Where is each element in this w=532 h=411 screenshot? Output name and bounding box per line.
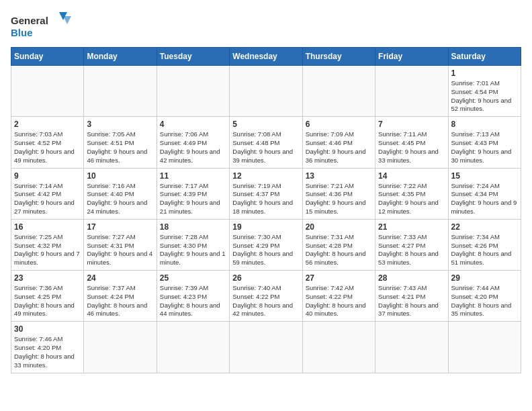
day-info: Sunrise: 7:01 AM Sunset: 4:54 PM Dayligh…: [451, 79, 518, 113]
calendar-day-cell: 11Sunrise: 7:17 AM Sunset: 4:39 PM Dayli…: [157, 168, 229, 219]
day-info: Sunrise: 7:06 AM Sunset: 4:49 PM Dayligh…: [160, 130, 226, 165]
day-info: Sunrise: 7:27 AM Sunset: 4:31 PM Dayligh…: [87, 233, 153, 267]
day-number: 10: [87, 171, 153, 181]
day-number: 26: [232, 273, 299, 283]
calendar-day-cell: 3Sunrise: 7:05 AM Sunset: 4:51 PM Daylig…: [84, 117, 157, 168]
day-number: 13: [306, 171, 372, 181]
day-info: Sunrise: 7:46 AM Sunset: 4:20 PM Dayligh…: [14, 335, 81, 369]
calendar-week-row: 1Sunrise: 7:01 AM Sunset: 4:54 PM Daylig…: [11, 66, 521, 117]
svg-text:General: General: [11, 15, 48, 26]
calendar-day-cell: [11, 66, 84, 117]
svg-marker-3: [63, 16, 71, 24]
calendar-day-cell: [84, 66, 157, 117]
day-info: Sunrise: 7:22 AM Sunset: 4:35 PM Dayligh…: [378, 182, 445, 216]
calendar-week-row: 23Sunrise: 7:36 AM Sunset: 4:25 PM Dayli…: [11, 271, 521, 322]
day-info: Sunrise: 7:03 AM Sunset: 4:52 PM Dayligh…: [14, 130, 81, 165]
day-number: 21: [378, 222, 445, 232]
calendar-day-cell: 28Sunrise: 7:43 AM Sunset: 4:21 PM Dayli…: [375, 271, 448, 322]
day-info: Sunrise: 7:34 AM Sunset: 4:26 PM Dayligh…: [451, 233, 518, 267]
day-number: 3: [87, 120, 153, 129]
calendar-day-cell: 30Sunrise: 7:46 AM Sunset: 4:20 PM Dayli…: [11, 322, 84, 373]
day-of-week-header: Thursday: [302, 48, 375, 66]
day-number: 5: [232, 120, 299, 129]
calendar-day-cell: 17Sunrise: 7:27 AM Sunset: 4:31 PM Dayli…: [84, 219, 157, 270]
calendar-day-cell: 15Sunrise: 7:24 AM Sunset: 4:34 PM Dayli…: [448, 168, 521, 219]
day-number: 16: [14, 222, 81, 232]
calendar-day-cell: 29Sunrise: 7:44 AM Sunset: 4:20 PM Dayli…: [448, 271, 521, 322]
day-info: Sunrise: 7:24 AM Sunset: 4:34 PM Dayligh…: [451, 182, 518, 216]
calendar-day-cell: 24Sunrise: 7:37 AM Sunset: 4:24 PM Dayli…: [84, 271, 157, 322]
calendar-day-cell: 10Sunrise: 7:16 AM Sunset: 4:40 PM Dayli…: [84, 168, 157, 219]
calendar-day-cell: 21Sunrise: 7:33 AM Sunset: 4:27 PM Dayli…: [375, 219, 448, 270]
calendar-day-cell: 6Sunrise: 7:09 AM Sunset: 4:46 PM Daylig…: [302, 117, 375, 168]
day-info: Sunrise: 7:37 AM Sunset: 4:24 PM Dayligh…: [87, 284, 153, 318]
day-number: 18: [160, 222, 226, 232]
day-number: 4: [160, 120, 226, 129]
calendar-header-row: SundayMondayTuesdayWednesdayThursdayFrid…: [11, 48, 521, 66]
calendar-day-cell: 20Sunrise: 7:31 AM Sunset: 4:28 PM Dayli…: [302, 219, 375, 270]
day-of-week-header: Wednesday: [230, 48, 302, 66]
logo-svg: General Blue: [11, 11, 71, 40]
calendar-day-cell: [230, 322, 302, 373]
calendar-day-cell: [302, 322, 375, 373]
calendar-day-cell: 23Sunrise: 7:36 AM Sunset: 4:25 PM Dayli…: [11, 271, 84, 322]
day-info: Sunrise: 7:42 AM Sunset: 4:22 PM Dayligh…: [306, 284, 372, 318]
calendar-day-cell: 5Sunrise: 7:08 AM Sunset: 4:48 PM Daylig…: [230, 117, 302, 168]
calendar-day-cell: 8Sunrise: 7:13 AM Sunset: 4:43 PM Daylig…: [448, 117, 521, 168]
day-number: 22: [451, 222, 518, 232]
calendar-day-cell: 26Sunrise: 7:40 AM Sunset: 4:22 PM Dayli…: [230, 271, 302, 322]
calendar-day-cell: 2Sunrise: 7:03 AM Sunset: 4:52 PM Daylig…: [11, 117, 84, 168]
day-number: 17: [87, 222, 153, 232]
calendar-day-cell: 14Sunrise: 7:22 AM Sunset: 4:35 PM Dayli…: [375, 168, 448, 219]
day-number: 28: [378, 273, 445, 283]
day-number: 9: [14, 171, 81, 181]
day-info: Sunrise: 7:21 AM Sunset: 4:36 PM Dayligh…: [306, 182, 372, 216]
calendar-day-cell: 18Sunrise: 7:28 AM Sunset: 4:30 PM Dayli…: [157, 219, 229, 270]
calendar-day-cell: 16Sunrise: 7:25 AM Sunset: 4:32 PM Dayli…: [11, 219, 84, 270]
day-number: 24: [87, 273, 153, 283]
calendar-day-cell: 9Sunrise: 7:14 AM Sunset: 4:42 PM Daylig…: [11, 168, 84, 219]
day-info: Sunrise: 7:19 AM Sunset: 4:37 PM Dayligh…: [232, 182, 299, 216]
calendar-week-row: 30Sunrise: 7:46 AM Sunset: 4:20 PM Dayli…: [11, 322, 521, 373]
calendar-day-cell: [157, 66, 229, 117]
day-of-week-header: Saturday: [448, 48, 521, 66]
calendar-day-cell: 1Sunrise: 7:01 AM Sunset: 4:54 PM Daylig…: [448, 66, 521, 117]
day-number: 27: [306, 273, 372, 283]
calendar-day-cell: 27Sunrise: 7:42 AM Sunset: 4:22 PM Dayli…: [302, 271, 375, 322]
day-info: Sunrise: 7:43 AM Sunset: 4:21 PM Dayligh…: [378, 284, 445, 318]
day-of-week-header: Sunday: [11, 48, 84, 66]
day-number: 1: [451, 68, 518, 78]
day-info: Sunrise: 7:28 AM Sunset: 4:30 PM Dayligh…: [160, 233, 226, 267]
calendar-week-row: 2Sunrise: 7:03 AM Sunset: 4:52 PM Daylig…: [11, 117, 521, 168]
day-info: Sunrise: 7:16 AM Sunset: 4:40 PM Dayligh…: [87, 182, 153, 216]
day-info: Sunrise: 7:31 AM Sunset: 4:28 PM Dayligh…: [306, 233, 372, 267]
day-number: 2: [14, 120, 81, 129]
calendar-week-row: 9Sunrise: 7:14 AM Sunset: 4:42 PM Daylig…: [11, 168, 521, 219]
calendar-day-cell: [157, 322, 229, 373]
calendar-day-cell: 19Sunrise: 7:30 AM Sunset: 4:29 PM Dayli…: [230, 219, 302, 270]
day-number: 29: [451, 273, 518, 283]
day-info: Sunrise: 7:14 AM Sunset: 4:42 PM Dayligh…: [14, 182, 81, 216]
calendar-day-cell: [375, 66, 448, 117]
day-info: Sunrise: 7:30 AM Sunset: 4:29 PM Dayligh…: [232, 233, 299, 267]
calendar-day-cell: [302, 66, 375, 117]
svg-text:Blue: Blue: [11, 27, 33, 38]
calendar-day-cell: 13Sunrise: 7:21 AM Sunset: 4:36 PM Dayli…: [302, 168, 375, 219]
day-info: Sunrise: 7:11 AM Sunset: 4:45 PM Dayligh…: [378, 130, 445, 165]
header: General Blue: [11, 11, 521, 40]
calendar-day-cell: [230, 66, 302, 117]
calendar-day-cell: 12Sunrise: 7:19 AM Sunset: 4:37 PM Dayli…: [230, 168, 302, 219]
calendar-day-cell: [375, 322, 448, 373]
calendar-day-cell: [448, 322, 521, 373]
day-info: Sunrise: 7:39 AM Sunset: 4:23 PM Dayligh…: [160, 284, 226, 318]
day-of-week-header: Monday: [84, 48, 157, 66]
calendar-week-row: 16Sunrise: 7:25 AM Sunset: 4:32 PM Dayli…: [11, 219, 521, 270]
day-info: Sunrise: 7:13 AM Sunset: 4:43 PM Dayligh…: [451, 130, 518, 165]
day-number: 6: [306, 120, 372, 129]
day-info: Sunrise: 7:17 AM Sunset: 4:39 PM Dayligh…: [160, 182, 226, 216]
calendar-table: SundayMondayTuesdayWednesdayThursdayFrid…: [11, 47, 521, 373]
day-info: Sunrise: 7:33 AM Sunset: 4:27 PM Dayligh…: [378, 233, 445, 267]
day-info: Sunrise: 7:25 AM Sunset: 4:32 PM Dayligh…: [14, 233, 81, 267]
day-number: 19: [232, 222, 299, 232]
calendar-day-cell: [84, 322, 157, 373]
